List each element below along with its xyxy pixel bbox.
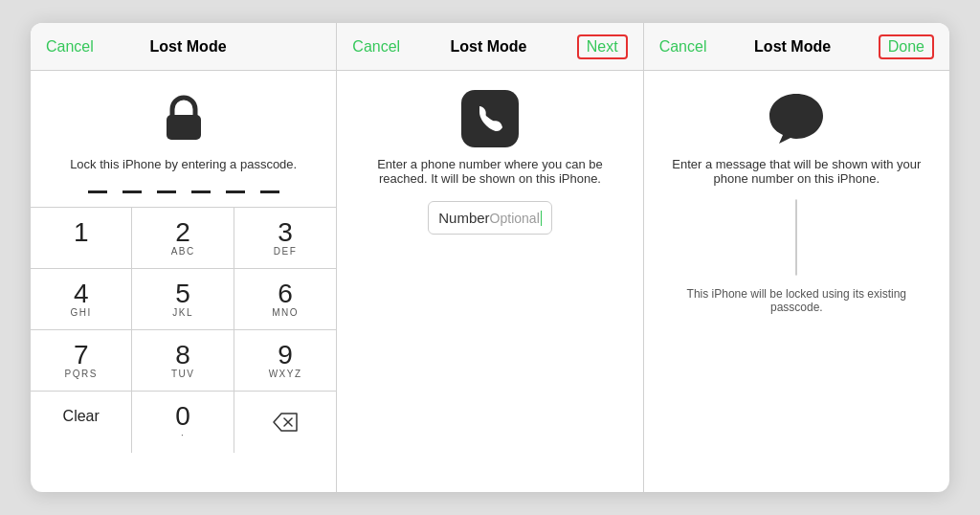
key-2[interactable]: 2ABC [132, 208, 234, 269]
panel2-header: Cancel Lost Mode Next [337, 23, 642, 71]
key-delete[interactable] [234, 392, 336, 453]
key-1[interactable]: 1 [31, 208, 132, 269]
phone-icon-area [461, 71, 519, 157]
number-input-row[interactable]: Number Optional [428, 201, 552, 235]
dot2 [122, 190, 142, 193]
key-7[interactable]: 7PQRS [31, 330, 132, 392]
speech-icon-area [766, 71, 827, 157]
panel3-header: Cancel Lost Mode Done [644, 23, 949, 71]
dot5 [226, 190, 245, 193]
key-3[interactable]: 3DEF [234, 208, 336, 269]
panel1-body: Lock this iPhone by entering a passcode.… [31, 71, 336, 492]
message-panel: Cancel Lost Mode Done Enter a message th… [644, 23, 949, 492]
key-4[interactable]: 4GHI [31, 269, 132, 330]
key-6[interactable]: 6MNO [234, 269, 336, 330]
delete-icon [272, 412, 299, 433]
panel3-cancel-button[interactable]: Cancel [659, 38, 707, 56]
panel1-title: Lost Mode [150, 38, 227, 56]
dot3 [157, 190, 176, 193]
phone-description: Enter a phone number where you can be re… [337, 157, 642, 201]
phone-svg-icon [474, 102, 506, 135]
dot1 [88, 190, 107, 193]
passcode-description: Lock this iPhone by entering a passcode. [55, 157, 312, 183]
passcode-input-dots [85, 183, 282, 207]
keypad: 1 2ABC 3DEF 4GHI 5JKL 6MNO 7PQRS 8TUV 9W… [31, 207, 336, 453]
main-container: Cancel Lost Mode Lock this iPhone by ent… [31, 23, 949, 492]
panel1-header: Cancel Lost Mode [31, 23, 336, 71]
key-clear[interactable]: Clear [31, 392, 132, 453]
svg-rect-0 [167, 115, 201, 140]
dot4 [191, 190, 211, 193]
key-5[interactable]: 5JKL [132, 269, 234, 330]
speech-bubble-icon [766, 90, 827, 147]
panel1-cancel-button[interactable]: Cancel [46, 38, 94, 56]
number-optional: Optional [490, 211, 540, 226]
dot6 [260, 190, 279, 193]
cursor [541, 211, 542, 226]
panel2-cancel-button[interactable]: Cancel [352, 38, 400, 56]
key-9[interactable]: 9WXYZ [234, 330, 336, 392]
key-8[interactable]: 8TUV [132, 330, 234, 392]
panel3-done-button[interactable]: Done [879, 34, 934, 59]
panel3-body: Enter a message that will be shown with … [644, 71, 949, 492]
panel3-title: Lost Mode [754, 38, 831, 56]
message-note: This iPhone will be locked using its exi… [644, 276, 949, 314]
message-description: Enter a message that will be shown with … [644, 157, 949, 199]
panel2-title: Lost Mode [450, 38, 526, 56]
number-label: Number [438, 210, 489, 226]
key-0[interactable]: 0· [132, 392, 234, 453]
panel2-body: Enter a phone number where you can be re… [337, 71, 642, 492]
phone-panel: Cancel Lost Mode Next Enter a phone numb… [337, 23, 643, 492]
panel2-next-button[interactable]: Next [577, 34, 628, 59]
passcode-panel: Cancel Lost Mode Lock this iPhone by ent… [31, 23, 337, 492]
message-textarea[interactable] [795, 199, 797, 276]
lock-icon-area [158, 71, 210, 157]
lock-icon [158, 90, 210, 147]
phone-icon [461, 90, 519, 147]
